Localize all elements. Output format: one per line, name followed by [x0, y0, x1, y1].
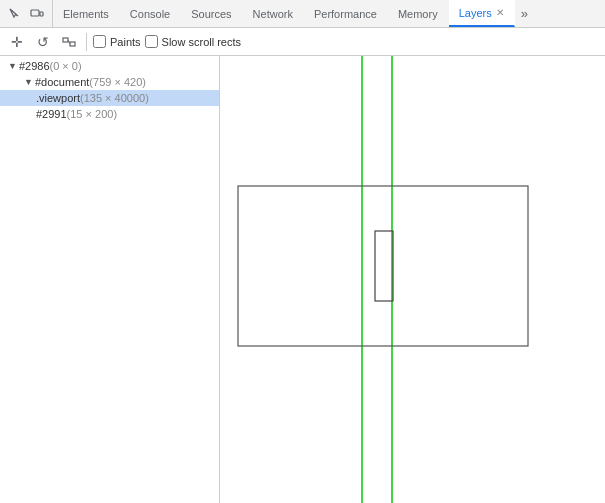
- svg-rect-2: [63, 38, 68, 42]
- slow-scroll-checkbox[interactable]: [145, 35, 158, 48]
- layers-toolbar: ✛ ↺ Paints Slow scroll rects: [0, 28, 605, 56]
- tree-item-2991[interactable]: #2991 (15 × 200): [0, 106, 219, 122]
- tab-network[interactable]: Network: [243, 0, 304, 27]
- tabs-container: Elements Console Sources Network Perform…: [53, 0, 605, 27]
- tree-dim-root: (0 × 0): [50, 60, 82, 72]
- svg-rect-8: [375, 231, 393, 301]
- tree-arrow-document: ▼: [24, 77, 33, 87]
- tree-item-root[interactable]: ▼ #2986 (0 × 0): [0, 58, 219, 74]
- reset-transform-icon[interactable]: [58, 31, 80, 53]
- rotate-tool-icon[interactable]: ↺: [32, 31, 54, 53]
- tree-item-document[interactable]: ▼ #document (759 × 420): [0, 74, 219, 90]
- svg-rect-7: [238, 186, 528, 346]
- tree-label-2991: #2991: [36, 108, 67, 120]
- tree-label-viewport: .viewport: [36, 92, 80, 104]
- pan-tool-icon[interactable]: ✛: [6, 31, 28, 53]
- tab-memory[interactable]: Memory: [388, 0, 449, 27]
- device-toolbar-icon[interactable]: [26, 3, 48, 25]
- tree-item-viewport[interactable]: .viewport (135 × 40000): [0, 90, 219, 106]
- tab-sources[interactable]: Sources: [181, 0, 242, 27]
- tree-dim-document: (759 × 420): [89, 76, 146, 88]
- tab-console[interactable]: Console: [120, 0, 181, 27]
- tree-arrow-root: ▼: [8, 61, 17, 71]
- tab-performance[interactable]: Performance: [304, 0, 388, 27]
- tab-elements[interactable]: Elements: [53, 0, 120, 27]
- tab-layers[interactable]: Layers ✕: [449, 0, 515, 27]
- tree-label-root: #2986: [19, 60, 50, 72]
- layer-tree-panel: ▼ #2986 (0 × 0) ▼ #document (759 × 420) …: [0, 56, 220, 503]
- main-content: ▼ #2986 (0 × 0) ▼ #document (759 × 420) …: [0, 56, 605, 503]
- tree-dim-2991: (15 × 200): [67, 108, 117, 120]
- svg-rect-3: [70, 42, 75, 46]
- tree-dim-viewport: (135 × 40000): [80, 92, 149, 104]
- layer-visualization: [220, 56, 605, 503]
- more-tabs-button[interactable]: »: [515, 0, 534, 27]
- layer-canvas-panel: [220, 56, 605, 503]
- tab-layers-close[interactable]: ✕: [496, 7, 504, 18]
- paints-checkbox-label[interactable]: Paints: [93, 35, 141, 48]
- devtools-icons: [0, 0, 53, 27]
- svg-rect-1: [40, 12, 43, 16]
- toolbar-separator: [86, 33, 87, 51]
- slow-scroll-checkbox-label[interactable]: Slow scroll rects: [145, 35, 241, 48]
- tab-bar: Elements Console Sources Network Perform…: [0, 0, 605, 28]
- tree-label-document: #document: [35, 76, 89, 88]
- inspect-icon[interactable]: [4, 3, 26, 25]
- svg-rect-0: [31, 10, 39, 16]
- paints-checkbox[interactable]: [93, 35, 106, 48]
